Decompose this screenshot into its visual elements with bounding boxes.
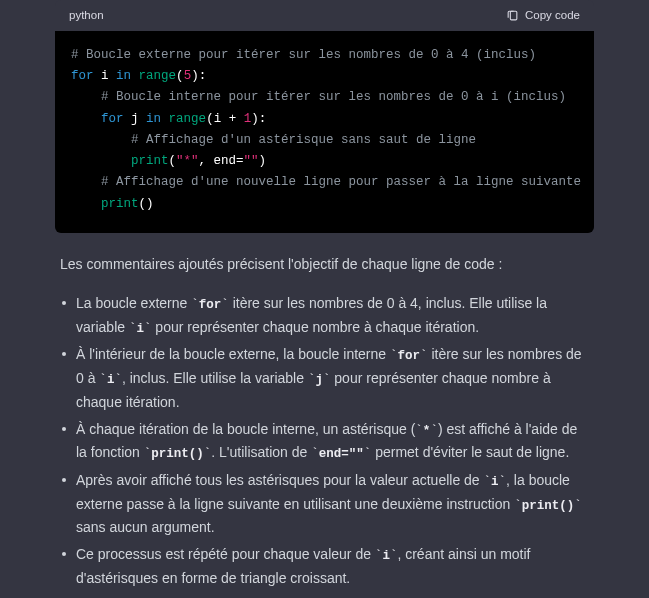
inline-code: i: [375, 549, 398, 563]
list-item: Après avoir affiché tous les astérisques…: [60, 469, 589, 539]
inline-code: for: [191, 298, 229, 312]
copy-code-button[interactable]: Copy code: [506, 6, 580, 25]
copy-code-label: Copy code: [525, 6, 580, 25]
intro-paragraph: Les commentaires ajoutés précisent l'obj…: [60, 253, 589, 276]
clipboard-icon: [506, 9, 519, 22]
list-item: La boucle externe for itère sur les nomb…: [60, 292, 589, 339]
inline-code: i: [484, 475, 507, 489]
inline-code: end="": [311, 447, 371, 461]
code-block: python Copy code # Boucle externe pour i…: [55, 0, 594, 233]
inline-code: *: [415, 424, 438, 438]
inline-code: j: [308, 373, 331, 387]
list-item: À chaque itération de la boucle interne,…: [60, 418, 589, 465]
list-item: À l'intérieur de la boucle externe, la b…: [60, 343, 589, 413]
list-item: Ce processus est répété pour chaque vale…: [60, 543, 589, 590]
bullet-list: La boucle externe for itère sur les nomb…: [60, 292, 589, 590]
code-header: python Copy code: [55, 0, 594, 31]
code-body[interactable]: # Boucle externe pour itérer sur les nom…: [55, 31, 594, 233]
language-label: python: [69, 6, 104, 25]
inline-code: for: [390, 349, 428, 363]
inline-code: print(): [514, 499, 582, 513]
inline-code: i: [99, 373, 122, 387]
inline-code: i: [129, 322, 152, 336]
inline-code: print(): [144, 447, 212, 461]
svg-rect-0: [510, 11, 516, 20]
explanation-content: Les commentaires ajoutés précisent l'obj…: [0, 233, 649, 598]
